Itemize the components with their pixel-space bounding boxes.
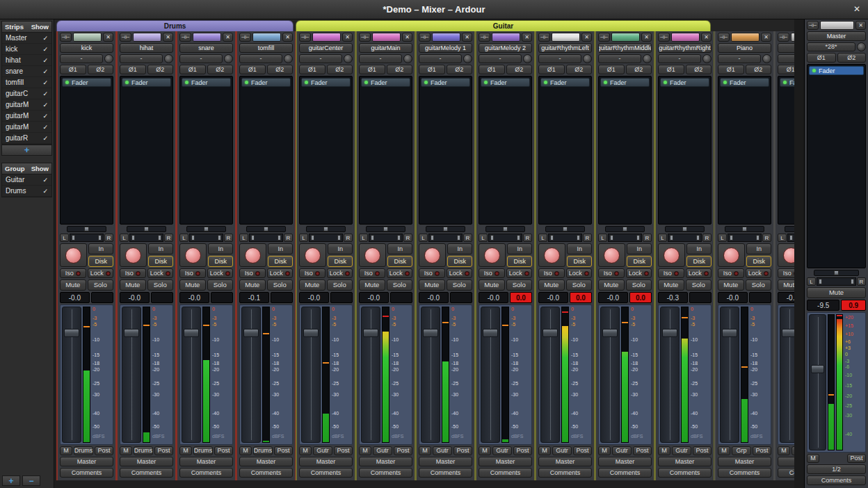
peak-display[interactable]	[151, 292, 173, 303]
mute-button[interactable]: Mute	[179, 279, 206, 291]
volume-fader[interactable]	[62, 307, 81, 443]
solo-lock-button[interactable]: Lock	[626, 268, 652, 278]
trim-knob[interactable]	[344, 54, 353, 63]
strip-width-toggle-icon[interactable]: ⊣⊢	[538, 33, 550, 42]
volume-fader[interactable]	[720, 307, 739, 443]
solo-isolate-button[interactable]: Iso	[479, 268, 505, 278]
group-button[interactable]: Drums	[193, 446, 213, 455]
peak-display[interactable]	[271, 292, 293, 303]
mute-button[interactable]: Mute	[658, 279, 684, 291]
pan-azimuth-slider[interactable]	[485, 226, 525, 232]
strip-color-swatch[interactable]	[193, 33, 221, 42]
peak-display[interactable]: 0.0	[629, 292, 652, 303]
list-item[interactable]: guitarM✓	[2, 122, 51, 133]
record-arm-button[interactable]	[424, 247, 440, 263]
solo-button[interactable]: Solo	[566, 279, 593, 291]
strip-name-button[interactable]: guitarRhythmRight	[658, 43, 712, 53]
meter-point-button[interactable]: Post	[453, 446, 472, 455]
gain-display[interactable]: -0.0	[718, 292, 748, 303]
phase-1-button[interactable]: Ø1	[179, 65, 206, 74]
processor-box[interactable]: Fader	[60, 76, 113, 225]
processor-active-led[interactable]	[723, 81, 727, 84]
input-button[interactable]: -	[598, 54, 641, 63]
pan-width-slider[interactable]	[249, 234, 283, 242]
strip-width-toggle-icon[interactable]: ⊣⊢	[419, 33, 431, 42]
meter-point-button[interactable]: Post	[633, 446, 652, 455]
strip-width-toggle-icon[interactable]: ⊣⊢	[778, 33, 789, 42]
pan-width-handle-left[interactable]	[251, 235, 255, 241]
list-item[interactable]: guitarC✓	[2, 88, 51, 99]
fader-processor[interactable]: Fader	[421, 78, 470, 87]
processor-box[interactable]: Fader	[120, 76, 173, 225]
mute-button[interactable]: Mute	[718, 279, 744, 291]
phase-2-button[interactable]: Ø2	[746, 65, 772, 74]
trim-knob[interactable]	[523, 54, 532, 63]
strip-name-button[interactable]: guitarMelody 2	[479, 43, 532, 53]
group-button[interactable]: Gutr	[492, 446, 512, 455]
monitor-input-button[interactable]: In	[328, 243, 353, 254]
input-button[interactable]: -	[479, 54, 522, 63]
strip-hide-icon[interactable]: ✕	[103, 33, 113, 42]
meter-point-button[interactable]: Post	[274, 446, 293, 455]
monitor-input-button[interactable]: In	[268, 243, 293, 254]
pan-width-handle-left[interactable]	[311, 235, 314, 241]
solo-isolate-button[interactable]: Iso	[598, 268, 625, 278]
add-group-button[interactable]: +	[2, 475, 20, 486]
monitor-input-button[interactable]: In	[746, 243, 771, 254]
volume-fader[interactable]	[780, 307, 794, 443]
record-arm-button[interactable]	[364, 247, 380, 263]
phase-2-button[interactable]: Ø2	[686, 65, 712, 74]
pan-handle[interactable]	[383, 227, 388, 231]
gain-automation-button[interactable]: M	[120, 446, 132, 455]
pan-width-handle-left[interactable]	[431, 235, 434, 241]
gain-display[interactable]: -0.0	[120, 292, 150, 303]
strip-color-swatch[interactable]	[372, 33, 401, 42]
pan-width-handle-left[interactable]	[72, 235, 75, 241]
strip-hide-icon[interactable]: ✕	[462, 33, 472, 42]
group-button[interactable]: Gutr	[313, 446, 332, 455]
pan-azimuth-slider[interactable]	[186, 226, 226, 232]
solo-button[interactable]: Solo	[327, 279, 353, 291]
gain-automation-button[interactable]: M	[538, 446, 551, 455]
fader-processor[interactable]: Fader	[361, 78, 410, 87]
input-button[interactable]: -	[778, 54, 794, 63]
gain-display[interactable]: -0.0	[299, 292, 329, 303]
group-button[interactable]: Drums	[134, 446, 153, 455]
gain-display[interactable]: -0.0	[60, 292, 90, 303]
monitor-disk-button[interactable]: Disk	[148, 256, 173, 267]
strip-name-button[interactable]: guitarRhythmMiddle	[598, 43, 652, 53]
list-item[interactable]: Guitar✓	[2, 174, 51, 186]
gain-display[interactable]: -0.0	[359, 292, 389, 303]
pan-width-handle-left[interactable]	[730, 235, 733, 241]
processor-active-led[interactable]	[125, 81, 129, 84]
meter-point-button[interactable]: Post	[693, 446, 712, 455]
volume-fader[interactable]	[540, 307, 560, 443]
comments-button[interactable]: Comments	[778, 468, 794, 478]
mute-button[interactable]: Mute	[538, 279, 565, 291]
trim-knob[interactable]	[463, 54, 472, 63]
fader-processor[interactable]: Fader	[780, 78, 794, 87]
group-button[interactable]: Gutr	[433, 446, 452, 455]
input-button[interactable]: -	[419, 54, 462, 63]
pan-handle[interactable]	[84, 227, 89, 231]
phase-1-button[interactable]: Ø1	[359, 65, 385, 74]
strip-width-toggle-icon[interactable]: ⊣⊢	[658, 33, 670, 42]
fader-processor[interactable]: Fader	[720, 78, 769, 87]
fader-handle[interactable]	[64, 329, 79, 337]
window-close-icon[interactable]: ✕	[853, 5, 860, 13]
monitor-input-button[interactable]: In	[208, 243, 233, 254]
processor-box[interactable]: Fader	[807, 64, 866, 268]
processor-active-led[interactable]	[783, 81, 787, 84]
comments-button[interactable]: Comments	[179, 468, 233, 478]
pan-azimuth-slider[interactable]	[127, 226, 166, 232]
record-arm-button[interactable]	[723, 247, 739, 263]
monitor-input-button[interactable]: In	[567, 243, 592, 254]
strip-hide-icon[interactable]: ✕	[641, 33, 652, 42]
solo-button[interactable]: Solo	[88, 279, 114, 291]
pan-handle[interactable]	[742, 227, 747, 231]
fader-handle[interactable]	[722, 329, 737, 337]
strip-hide-icon[interactable]: ✕	[522, 33, 532, 42]
monitor-input-button[interactable]: In	[507, 243, 532, 254]
volume-fader[interactable]	[241, 307, 261, 443]
fader-processor[interactable]: Fader	[481, 78, 530, 87]
